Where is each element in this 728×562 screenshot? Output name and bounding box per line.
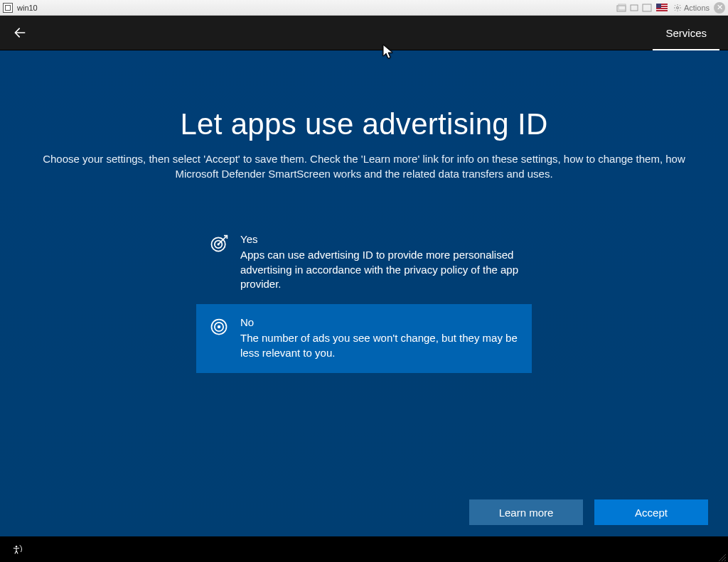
- page-subtitle: Choose your settings, then select 'Accep…: [41, 151, 687, 181]
- footer-buttons: Learn more Accept: [469, 499, 708, 525]
- option-yes-desc: Apps can use advertising ID to provide m…: [240, 248, 519, 291]
- option-yes-title: Yes: [240, 232, 519, 247]
- vm-titlebar: win10 Actions ✕: [0, 0, 728, 16]
- tab-services-label: Services: [665, 27, 707, 39]
- svg-rect-1: [619, 4, 626, 10]
- svg-point-12: [16, 546, 17, 547]
- guest-screen: Services Let apps use advertising ID Cho…: [0, 16, 728, 562]
- close-icon[interactable]: ✕: [714, 2, 725, 13]
- keyboard-layout-flag-us-icon[interactable]: [656, 4, 668, 11]
- ease-of-access-icon[interactable]: [10, 543, 23, 556]
- window-send-key-icon[interactable]: [616, 4, 626, 12]
- resize-grip-icon[interactable]: [718, 552, 727, 561]
- svg-point-4: [676, 6, 678, 9]
- setup-main-pane: Let apps use advertising ID Choose your …: [0, 50, 728, 536]
- gear-icon: [673, 4, 682, 12]
- actions-menu[interactable]: Actions: [673, 4, 710, 12]
- actions-label: Actions: [684, 4, 710, 12]
- vm-title: win10: [17, 4, 38, 12]
- option-no-desc: The number of ads you see won't change, …: [240, 331, 519, 360]
- back-button[interactable]: [6, 18, 34, 47]
- window-shrink-icon[interactable]: [629, 4, 639, 12]
- svg-rect-3: [643, 4, 651, 11]
- window-fullscreen-icon[interactable]: [642, 4, 652, 12]
- arrow-left-icon: [13, 26, 27, 40]
- accept-label: Accept: [635, 507, 668, 519]
- options-group: Yes Apps can use advertising ID to provi…: [196, 221, 532, 373]
- target-icon: [209, 317, 229, 337]
- svg-point-10: [218, 325, 220, 328]
- tab-services[interactable]: Services: [653, 16, 719, 51]
- option-yes[interactable]: Yes Apps can use advertising ID to provi…: [196, 221, 532, 304]
- target-arrow-icon: [209, 234, 229, 254]
- learn-more-label: Learn more: [499, 507, 554, 519]
- setup-topbar: Services: [0, 16, 728, 50]
- page-heading: Let apps use advertising ID: [36, 107, 692, 141]
- monitor-icon: [3, 3, 13, 13]
- accept-button[interactable]: Accept: [594, 499, 708, 525]
- setup-bottombar: [0, 536, 728, 562]
- svg-rect-2: [631, 5, 638, 11]
- option-no[interactable]: No The number of ads you see won't chang…: [196, 304, 532, 373]
- learn-more-button[interactable]: Learn more: [469, 499, 583, 525]
- option-no-title: No: [240, 315, 519, 330]
